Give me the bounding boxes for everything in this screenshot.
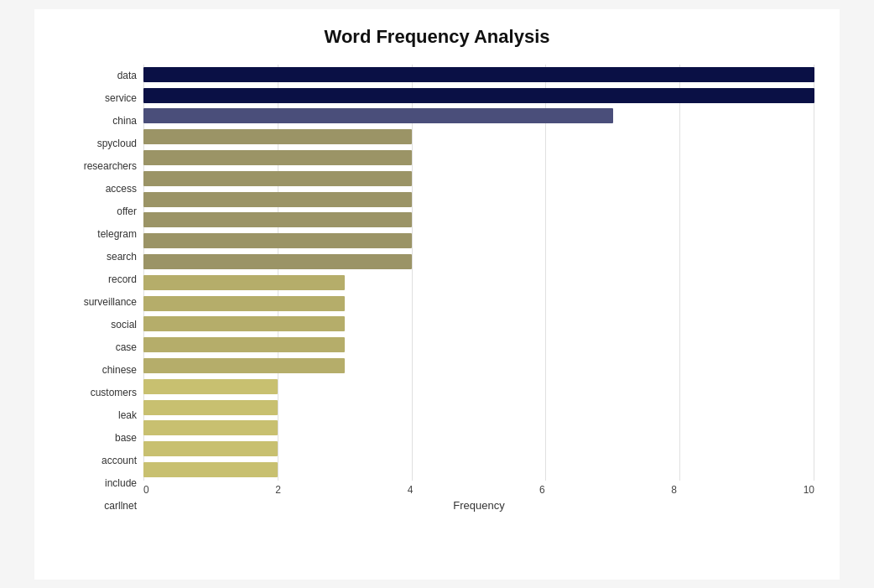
bar bbox=[143, 88, 814, 103]
chart-title: Word Frequency Analysis bbox=[60, 26, 814, 48]
bar-row bbox=[143, 418, 814, 438]
bar bbox=[143, 171, 412, 186]
x-axis: 0246810 Frequency bbox=[143, 484, 814, 518]
bar-row bbox=[143, 335, 814, 355]
y-label: social bbox=[111, 315, 137, 335]
bar-row bbox=[143, 252, 814, 272]
x-tick: 10 bbox=[804, 484, 814, 496]
bar bbox=[143, 233, 412, 248]
bar bbox=[143, 316, 345, 331]
bar bbox=[143, 212, 412, 227]
x-axis-label: Frequency bbox=[143, 499, 814, 512]
y-label: customers bbox=[91, 382, 137, 403]
bar-row bbox=[143, 294, 814, 314]
bar bbox=[143, 296, 345, 311]
bar-row bbox=[143, 314, 814, 334]
bar-row bbox=[143, 190, 814, 210]
bar-row bbox=[143, 106, 814, 126]
y-label: leak bbox=[118, 405, 137, 425]
y-label: surveillance bbox=[84, 292, 137, 312]
bar bbox=[143, 441, 278, 456]
bar bbox=[143, 400, 278, 415]
bar-row bbox=[143, 127, 814, 147]
bar-row bbox=[143, 356, 814, 376]
y-label: case bbox=[116, 337, 137, 357]
bar bbox=[143, 275, 345, 290]
bar bbox=[143, 192, 412, 207]
y-label: offer bbox=[117, 201, 137, 221]
y-label: search bbox=[107, 247, 137, 267]
bar bbox=[143, 67, 814, 82]
bar bbox=[143, 337, 345, 352]
bar bbox=[143, 358, 345, 373]
bar-row bbox=[143, 169, 814, 189]
bar bbox=[143, 462, 278, 477]
y-label: base bbox=[115, 428, 137, 448]
x-tick: 6 bbox=[539, 484, 545, 496]
y-label: researchers bbox=[84, 156, 137, 176]
chart-container: Word Frequency Analysis dataservicechina… bbox=[34, 9, 840, 580]
y-axis: dataservicechinaspycloudresearchersacces… bbox=[60, 65, 143, 518]
bar-row bbox=[143, 148, 814, 168]
y-label: include bbox=[105, 473, 137, 493]
y-label: carllnet bbox=[104, 496, 137, 516]
bar-row bbox=[143, 231, 814, 251]
bar-row bbox=[143, 460, 814, 480]
bar-row bbox=[143, 210, 814, 230]
x-tick: 8 bbox=[671, 484, 677, 496]
bars-and-xaxis: 0246810 Frequency bbox=[143, 65, 814, 518]
bar bbox=[143, 420, 278, 435]
y-label: account bbox=[101, 450, 137, 471]
bar-row bbox=[143, 398, 814, 418]
x-tick: 0 bbox=[143, 484, 149, 496]
bar bbox=[143, 150, 412, 165]
y-label: service bbox=[105, 88, 137, 108]
y-label: spycloud bbox=[97, 133, 137, 154]
bar-row bbox=[143, 86, 814, 106]
bar bbox=[143, 379, 278, 394]
bar-row bbox=[143, 273, 814, 293]
x-tick: 2 bbox=[275, 484, 281, 496]
chart-area: dataservicechinaspycloudresearchersacces… bbox=[60, 65, 814, 518]
bars-area bbox=[143, 65, 814, 481]
y-label: telegram bbox=[97, 224, 137, 244]
x-tick: 4 bbox=[408, 484, 414, 496]
y-label: chinese bbox=[102, 360, 137, 380]
bars-grid bbox=[143, 65, 814, 481]
bar bbox=[143, 108, 613, 123]
bar-row bbox=[143, 65, 814, 85]
y-label: china bbox=[112, 111, 137, 131]
bar-row bbox=[143, 377, 814, 397]
bar-row bbox=[143, 439, 814, 459]
bar bbox=[143, 129, 412, 144]
y-label: data bbox=[117, 65, 137, 86]
bar bbox=[143, 254, 412, 269]
x-ticks: 0246810 bbox=[143, 484, 814, 496]
y-label: access bbox=[106, 179, 137, 199]
y-label: record bbox=[108, 269, 137, 289]
